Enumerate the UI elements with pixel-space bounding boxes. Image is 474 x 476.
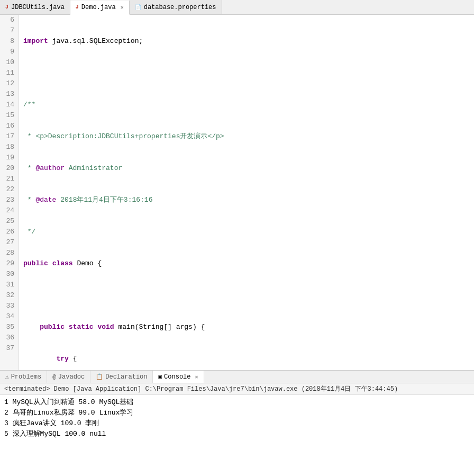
- bottom-tab-bar: ⚠ Problems @ Javadoc 📋 Declaration ▣ Con…: [0, 371, 474, 383]
- line-numbers: 6 7 8 9 10 11 12 13 14 15 16 17 18 19 20…: [0, 15, 19, 370]
- tab-declaration-label: Declaration: [105, 373, 147, 381]
- code-line-14: [23, 290, 474, 301]
- console-header: <terminated> Demo [Java Application] C:\…: [0, 383, 474, 395]
- tab-javadoc[interactable]: @ Javadoc: [47, 371, 90, 383]
- problems-icon: ⚠: [5, 373, 9, 380]
- console-line-3: 3 疯狂Java讲义 109.0 李刚: [4, 418, 470, 429]
- tab-console[interactable]: ▣ Console ✕: [153, 371, 204, 383]
- code-line-15: public static void main(String[] args) {: [23, 322, 474, 333]
- java-icon: J: [5, 4, 8, 10]
- tab-demo-label: Demo.java: [81, 4, 116, 11]
- java-icon: J: [76, 4, 79, 10]
- console-line-1: 1 MySQL从入门到精通 58.0 MySQL基础: [4, 397, 470, 408]
- javadoc-icon: @: [52, 374, 56, 380]
- code-line-7: [23, 68, 474, 78]
- tab-problems[interactable]: ⚠ Problems: [0, 371, 47, 383]
- code-line-13: public class Demo {: [23, 258, 474, 269]
- bottom-panel: ⚠ Problems @ Javadoc 📋 Declaration ▣ Con…: [0, 370, 474, 476]
- code-line-12: */: [23, 227, 474, 237]
- prop-icon: 📄: [135, 4, 141, 11]
- console-close-icon: ✕: [195, 374, 198, 380]
- tab-bar: J JDBCUtils.java J Demo.java ✕ 📄 databas…: [0, 0, 474, 15]
- code-line-16: try {: [23, 354, 474, 364]
- code-line-11: * @date 2018年11月4日下午3:16:16: [23, 195, 474, 205]
- tab-demo[interactable]: J Demo.java ✕: [70, 1, 130, 15]
- console-line-4: 5 深入理解MySQL 100.0 null: [4, 429, 470, 439]
- code-area: 6 7 8 9 10 11 12 13 14 15 16 17 18 19 20…: [0, 15, 474, 370]
- tab-jdbcutils-label: JDBCUtils.java: [11, 4, 65, 11]
- code-content[interactable]: import java.sql.SQLException; /** * <p>D…: [19, 15, 474, 370]
- code-line-6: import java.sql.SQLException;: [23, 36, 474, 47]
- declaration-icon: 📋: [96, 373, 103, 380]
- console-icon: ▣: [158, 373, 162, 380]
- console-line-2: 2 乌哥的Linux私房菜 99.0 Linux学习: [4, 408, 470, 418]
- code-line-9: * <p>Description:JDBCUtils+properties开发演…: [23, 131, 474, 142]
- close-icon[interactable]: ✕: [121, 4, 124, 11]
- tab-database[interactable]: 📄 database.properties: [130, 0, 222, 14]
- code-line-8: /**: [23, 100, 474, 110]
- code-editor: 6 7 8 9 10 11 12 13 14 15 16 17 18 19 20…: [0, 15, 474, 370]
- tab-javadoc-label: Javadoc: [58, 373, 85, 381]
- tab-database-label: database.properties: [144, 4, 216, 11]
- code-line-10: * @author Administrator: [23, 163, 474, 174]
- tab-console-label: Console: [164, 373, 190, 381]
- tab-problems-label: Problems: [11, 373, 42, 381]
- tab-jdbcutils[interactable]: J JDBCUtils.java: [0, 0, 70, 14]
- console-output: 1 MySQL从入门到精通 58.0 MySQL基础 2 乌哥的Linux私房菜…: [0, 395, 474, 476]
- tab-declaration[interactable]: 📋 Declaration: [90, 371, 153, 383]
